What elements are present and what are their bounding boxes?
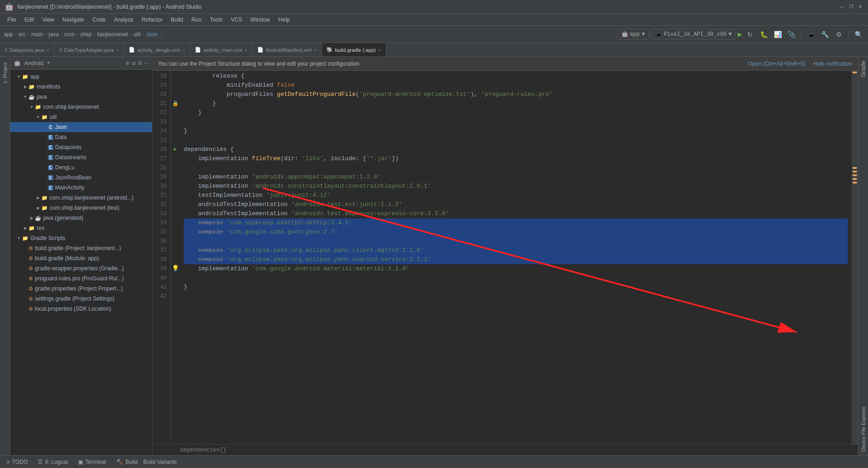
code-line-33[interactable]: androidTestImplementation 'androidx.test…: [184, 209, 848, 218]
tree-item-16[interactable]: ▼📁Gradle Scripts: [10, 233, 152, 243]
structure-button[interactable]: ⚙: [833, 28, 845, 40]
editor-tab-1[interactable]: JDateTypeAdapter.java×: [55, 43, 124, 57]
gutter-42[interactable]: [171, 292, 180, 301]
open-project-structure-link[interactable]: Open (Ctrl+Alt+Shift+S): [748, 61, 806, 67]
gutter-20[interactable]: [171, 90, 180, 99]
code-line-42[interactable]: [184, 292, 848, 301]
maximize-button[interactable]: ❐: [848, 4, 854, 10]
gutter-22[interactable]: [171, 108, 180, 117]
code-line-35[interactable]: compile 'com.google.code.gson:gson:2.7': [184, 228, 848, 237]
gear-icon[interactable]: ⚙: [132, 60, 136, 67]
code-line-28[interactable]: [184, 163, 848, 173]
device-file-explorer-tab[interactable]: Device File Explorer: [861, 403, 866, 455]
tree-item-4[interactable]: ▼📁util: [10, 112, 152, 122]
code-line-30[interactable]: implementation 'androidx.constraintlayou…: [184, 182, 848, 191]
menu-item-view[interactable]: View: [39, 15, 58, 24]
tree-item-10[interactable]: CJsonRootBean: [10, 173, 152, 183]
code-line-41[interactable]: }: [184, 283, 848, 292]
menu-item-edit[interactable]: Edit: [21, 15, 38, 24]
tree-item-21[interactable]: ⚙gradle.properties (Project Propert...): [10, 284, 152, 294]
sdk-button[interactable]: 🔧: [819, 28, 831, 40]
minimize-icon[interactable]: —: [145, 60, 148, 67]
code-line-32[interactable]: androidTestImplementation 'androidx.test…: [184, 200, 848, 209]
tab-close-2[interactable]: ×: [182, 47, 185, 53]
tree-item-18[interactable]: ⚙build.gradle (Module: app): [10, 253, 152, 263]
bottom-tab-1[interactable]: ☰6: Logcat: [33, 456, 72, 468]
breadcrumb-app[interactable]: app: [4, 31, 13, 38]
menu-item-code[interactable]: Code: [89, 15, 109, 24]
bug-button[interactable]: 🐛: [758, 28, 770, 40]
gutter-32[interactable]: [171, 200, 180, 209]
code-line-25[interactable]: [184, 136, 848, 145]
tab-close-5[interactable]: ×: [378, 47, 381, 53]
gradle-panel-tab[interactable]: Gradle: [860, 57, 867, 81]
code-content[interactable]: release { minifyEnabled false proguardFi…: [180, 71, 851, 444]
menu-item-window[interactable]: Window: [247, 15, 274, 24]
tab-close-3[interactable]: ×: [244, 47, 247, 53]
tab-close-1[interactable]: ×: [116, 47, 119, 53]
build-variants-tab[interactable]: Build Variants: [143, 459, 177, 465]
tree-item-5[interactable]: CJson: [10, 122, 152, 132]
menu-item-analyze[interactable]: Analyze: [110, 15, 137, 24]
breadcrumb-main[interactable]: main: [31, 31, 43, 38]
menu-item-tools[interactable]: Tools: [206, 15, 226, 24]
code-line-21[interactable]: }: [184, 99, 848, 108]
breadcrumb-lianjieonenet[interactable]: lianjieonenet: [97, 31, 128, 38]
bottom-tab-2[interactable]: ▣Terminal: [73, 456, 111, 468]
gutter-34[interactable]: [171, 218, 180, 228]
gutter-24[interactable]: [171, 127, 180, 136]
gutter-36[interactable]: [171, 237, 180, 246]
run-button[interactable]: ▶: [738, 30, 742, 39]
breadcrumb-json[interactable]: Json: [146, 31, 158, 38]
code-line-23[interactable]: [184, 117, 848, 127]
sidebar-item-project[interactable]: 1: Project: [1, 59, 9, 87]
gutter-37[interactable]: [171, 246, 180, 255]
avd-button[interactable]: 📱: [805, 28, 817, 40]
tree-item-19[interactable]: ⚙gradle-wrapper.properties (Gradle...): [10, 263, 152, 273]
tree-item-20[interactable]: ⚙proguard-rules.pro (ProGuard Rul...): [10, 273, 152, 284]
gutter-38[interactable]: [171, 255, 180, 264]
minimize-button[interactable]: —: [839, 4, 845, 10]
sync-icon[interactable]: ⊕: [126, 60, 130, 67]
tree-item-7[interactable]: CDatapoints: [10, 142, 152, 152]
menu-item-navigate[interactable]: Navigate: [59, 15, 88, 24]
gutter-41[interactable]: [171, 283, 180, 292]
gutter-19[interactable]: [171, 81, 180, 90]
menu-item-build[interactable]: Build: [167, 15, 187, 24]
code-line-39[interactable]: implementation 'com.google.android.mater…: [184, 264, 848, 273]
attach-button[interactable]: 📎: [785, 28, 797, 40]
editor-tab-0[interactable]: JDatapoints.java×: [0, 43, 55, 57]
gutter-40[interactable]: [171, 273, 180, 283]
gutter-31[interactable]: [171, 191, 180, 200]
code-line-24[interactable]: }: [184, 127, 848, 136]
gutter-27[interactable]: [171, 154, 180, 163]
hide-notification-link[interactable]: Hide notification: [813, 61, 852, 67]
bottom-tab-3[interactable]: 🔨Build: [112, 456, 142, 468]
editor-tab-4[interactable]: 📄AndroidManifest.xml×: [253, 43, 322, 57]
code-line-36[interactable]: [184, 237, 848, 246]
code-line-20[interactable]: proguardFiles getDefaultProguardFile('pr…: [184, 90, 848, 99]
gutter-18[interactable]: [171, 72, 180, 81]
gutter-28[interactable]: [171, 163, 180, 173]
tree-item-1[interactable]: ▶📁manifests: [10, 82, 152, 92]
breadcrumb-com[interactable]: com: [64, 31, 75, 38]
breadcrumb-java[interactable]: java: [49, 31, 59, 38]
code-line-38[interactable]: compile 'org.eclipse.paho:org.eclipse.pa…: [184, 255, 848, 264]
menu-item-refactor[interactable]: Refactor: [138, 15, 166, 24]
close-button[interactable]: ✕: [857, 4, 863, 10]
breadcrumb-shiqi[interactable]: shiqi: [80, 31, 92, 38]
tree-item-15[interactable]: ▶📁res: [10, 223, 152, 233]
gutter-39[interactable]: 💡: [171, 264, 180, 273]
gutter-30[interactable]: [171, 182, 180, 191]
code-line-37[interactable]: compile 'org.eclipse.paho:org.eclipse.pa…: [184, 246, 848, 255]
code-line-27[interactable]: implementation fileTree(dir: 'libs', inc…: [184, 154, 848, 163]
editor-tab-2[interactable]: 📄activity_denglu.xml×: [124, 43, 190, 57]
tab-close-4[interactable]: ×: [314, 47, 316, 53]
code-line-26[interactable]: dependencies {: [184, 145, 848, 154]
layout-icon[interactable]: ⊞: [138, 60, 142, 67]
menu-item-run[interactable]: Run: [188, 15, 205, 24]
tree-item-3[interactable]: ▼📁com.shiqi.lianjieonenet: [10, 102, 152, 112]
breadcrumb-util[interactable]: util: [134, 31, 141, 38]
editor-tab-3[interactable]: 📄activity_main.xml×: [190, 43, 252, 57]
code-line-31[interactable]: testImplementation 'junit:junit:4.12': [184, 191, 848, 200]
